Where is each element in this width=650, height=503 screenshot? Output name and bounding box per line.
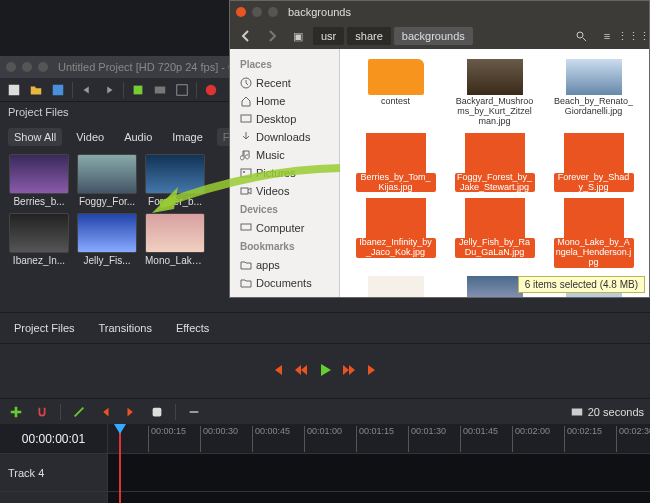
image-icon (467, 135, 523, 171)
undo-button[interactable] (77, 80, 97, 100)
razor-button[interactable] (69, 402, 89, 422)
filter-show-all[interactable]: Show All (8, 128, 62, 146)
svg-rect-12 (241, 169, 251, 177)
timeline-track[interactable]: Track 3 (0, 492, 650, 503)
ruler-ticks[interactable]: 00:00:15 00:00:30 00:00:45 00:01:00 00:0… (108, 424, 650, 453)
track-label[interactable]: Track 4 (0, 454, 108, 491)
file-item[interactable]: Foggy_Forest_by_Jake_Stewart.jpg (447, 133, 542, 195)
sidebar-item-bookmark[interactable]: apps (234, 256, 335, 274)
sidebar-item-music[interactable]: Music (234, 146, 335, 164)
choose-profile-button[interactable] (150, 80, 170, 100)
project-file-item[interactable]: Berries_b... (8, 154, 70, 207)
sidebar-item-desktop[interactable]: Desktop (234, 110, 335, 128)
image-icon (467, 276, 523, 297)
play-button[interactable] (317, 362, 333, 380)
project-file-item[interactable]: Ibanez_In... (8, 213, 70, 266)
previous-marker-button[interactable] (95, 402, 115, 422)
sidebar-header-network: Network (234, 292, 335, 297)
zoom-out-button[interactable] (184, 402, 204, 422)
filter-video[interactable]: Video (70, 128, 110, 146)
filter-image[interactable]: Image (166, 128, 209, 146)
sidebar-item-videos[interactable]: Videos (234, 182, 335, 200)
file-item[interactable]: Forever_by_Shady_S.jpg (546, 133, 641, 195)
svg-rect-4 (177, 84, 188, 95)
svg-rect-15 (241, 224, 251, 230)
fast-forward-button[interactable] (341, 362, 357, 380)
track-label[interactable]: Track 3 (0, 492, 108, 503)
timeline-ruler[interactable]: 00:00:00:01 00:00:15 00:00:30 00:00:45 0… (0, 424, 650, 454)
project-file-item[interactable]: Forever_b... (144, 154, 206, 207)
export-video-button[interactable] (201, 80, 221, 100)
file-item[interactable]: Beach_by_Renato_Giordanelli.jpg (546, 57, 641, 129)
breadcrumb[interactable]: share (347, 27, 391, 45)
svg-point-13 (243, 171, 245, 173)
divider (175, 404, 176, 420)
zoom-label: 20 seconds (570, 405, 644, 419)
file-item[interactable]: Partitura_by_ (348, 274, 443, 297)
playhead[interactable] (119, 424, 121, 503)
timeline[interactable]: 00:00:00:01 00:00:15 00:00:30 00:00:45 0… (0, 424, 650, 503)
maximize-icon[interactable] (38, 62, 48, 72)
tab-transitions[interactable]: Transitions (93, 319, 158, 337)
jump-end-button[interactable] (365, 362, 381, 380)
file-item[interactable]: Ibanez_Infinity_by_Jaco_Kok.jpg (348, 198, 443, 270)
next-marker-button[interactable] (121, 402, 141, 422)
sidebar-header-devices: Devices (234, 200, 335, 219)
breadcrumb[interactable]: backgrounds (394, 27, 473, 45)
image-icon (368, 276, 424, 297)
image-icon (566, 200, 622, 236)
sidebar-item-computer[interactable]: Computer (234, 219, 335, 237)
project-file-item[interactable]: Jelly_Fis... (76, 213, 138, 266)
sidebar-item-pictures[interactable]: Pictures (234, 164, 335, 182)
close-icon[interactable] (236, 7, 246, 17)
minimize-icon[interactable] (252, 7, 262, 17)
project-file-item[interactable]: Mono_Lake... (144, 213, 206, 266)
sidebar-item-recent[interactable]: Recent (234, 74, 335, 92)
back-button[interactable] (234, 26, 258, 46)
maximize-icon[interactable] (268, 7, 278, 17)
save-project-button[interactable] (48, 80, 68, 100)
view-list-button[interactable]: ≡ (595, 26, 619, 46)
fm-body: Places Recent Home Desktop Downloads Mus… (230, 49, 649, 297)
view-grid-button[interactable]: ⋮⋮⋮ (621, 26, 645, 46)
tab-project-files[interactable]: Project Files (8, 319, 81, 337)
add-track-button[interactable] (6, 402, 26, 422)
jump-start-button[interactable] (269, 362, 285, 380)
svg-rect-2 (134, 85, 143, 94)
sidebar-item-bookmark[interactable]: Documents (234, 274, 335, 292)
panel-tabs: Project Files Transitions Effects (0, 312, 650, 344)
svg-point-9 (577, 32, 583, 38)
fm-file-grid[interactable]: contest Backyard_Mushrooms_by_Kurt_Zitze… (340, 49, 649, 297)
sidebar-item-downloads[interactable]: Downloads (234, 128, 335, 146)
search-button[interactable] (569, 26, 593, 46)
redo-button[interactable] (99, 80, 119, 100)
image-icon (467, 59, 523, 95)
svg-point-5 (206, 84, 217, 95)
file-item[interactable]: contest (348, 57, 443, 129)
rewind-button[interactable] (293, 362, 309, 380)
file-item[interactable]: Jelly_Fish_by_RaDu_GaLaN.jpg (447, 198, 542, 270)
computer-icon[interactable]: ▣ (286, 26, 310, 46)
close-icon[interactable] (6, 62, 16, 72)
import-files-button[interactable] (128, 80, 148, 100)
sidebar-item-home[interactable]: Home (234, 92, 335, 110)
project-file-item[interactable]: Foggy_For... (76, 154, 138, 207)
new-project-button[interactable] (4, 80, 24, 100)
forward-button[interactable] (260, 26, 284, 46)
status-bar: 6 items selected (4.8 MB) (518, 276, 645, 293)
fm-titlebar[interactable]: backgrounds (230, 1, 649, 23)
breadcrumb[interactable]: usr (313, 27, 344, 45)
fm-title: backgrounds (288, 6, 351, 18)
tab-effects[interactable]: Effects (170, 319, 215, 337)
filter-audio[interactable]: Audio (118, 128, 158, 146)
fullscreen-button[interactable] (172, 80, 192, 100)
center-playhead-button[interactable] (147, 402, 167, 422)
file-item[interactable]: Backyard_Mushrooms_by_Kurt_Zitzelman.jpg (447, 57, 542, 129)
timeline-track[interactable]: Track 4 (0, 454, 650, 492)
svg-rect-1 (53, 84, 64, 95)
file-item[interactable]: Berries_by_Tom_Kijas.jpg (348, 133, 443, 195)
open-project-button[interactable] (26, 80, 46, 100)
file-item[interactable]: Mono_Lake_by_Angela_Henderson.jpg (546, 198, 641, 270)
snapping-button[interactable] (32, 402, 52, 422)
minimize-icon[interactable] (22, 62, 32, 72)
